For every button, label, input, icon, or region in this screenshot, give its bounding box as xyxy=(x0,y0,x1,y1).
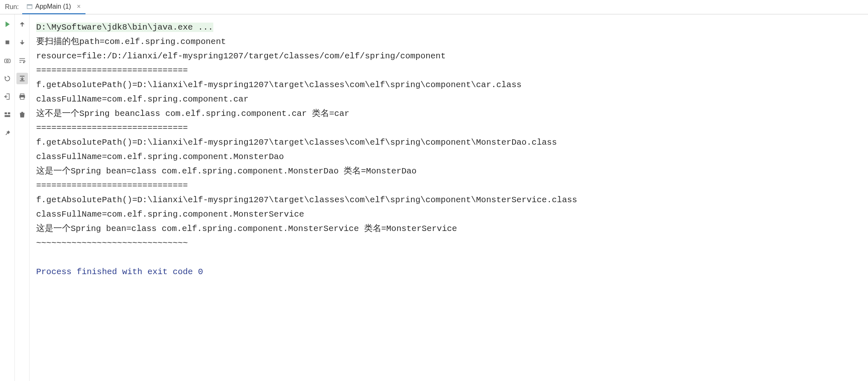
console-line: f.getAbsolutePath()=D:\lianxi\elf-myspri… xyxy=(36,80,522,90)
console-line: classFullName=com.elf.spring.component.M… xyxy=(36,152,284,162)
close-icon[interactable]: × xyxy=(76,3,81,10)
rerun-failed-button[interactable] xyxy=(2,73,13,84)
command-line: D:\MySoftware\jdk8\bin\java.exe ... xyxy=(36,23,213,32)
run-config-icon xyxy=(26,3,33,10)
run-tab-bar: Run: AppMain (1) × xyxy=(0,0,868,14)
console-line: 这是一个Spring bean=class com.elf.spring.com… xyxy=(36,224,457,233)
pin-button[interactable] xyxy=(2,127,13,139)
svg-rect-8 xyxy=(21,24,22,27)
console-output[interactable]: D:\MySoftware\jdk8\bin\java.exe ... 要扫描的… xyxy=(30,14,868,381)
svg-point-4 xyxy=(6,60,8,62)
scroll-to-end-button[interactable] xyxy=(16,73,28,84)
toolbar-secondary xyxy=(15,14,30,381)
console-line: f.getAbsolutePath()=D:\lianxi\elf-myspri… xyxy=(36,138,557,147)
console-line: 要扫描的包path=com.elf.spring.component xyxy=(36,37,226,46)
soft-wrap-button[interactable] xyxy=(16,55,28,66)
run-tab-appmain[interactable]: AppMain (1) × xyxy=(22,0,86,14)
console-line: f.getAbsolutePath()=D:\lianxi\elf-myspri… xyxy=(36,195,577,205)
svg-rect-7 xyxy=(5,115,10,117)
console-line: classFullName=com.elf.spring.component.M… xyxy=(36,210,304,219)
console-line: ============================== xyxy=(36,123,188,133)
exit-button[interactable] xyxy=(2,91,13,102)
svg-rect-9 xyxy=(21,40,22,43)
layout-button[interactable] xyxy=(2,109,13,120)
run-label: Run: xyxy=(3,3,22,11)
console-line: ============================== xyxy=(36,181,188,190)
toolbar-primary xyxy=(0,14,15,381)
tab-title: AppMain (1) xyxy=(35,3,71,10)
down-stacktrace-button[interactable] xyxy=(16,37,28,48)
svg-rect-2 xyxy=(5,41,9,44)
svg-rect-1 xyxy=(27,5,32,6)
svg-rect-5 xyxy=(5,112,7,114)
console-line: ~~~~~~~~~~~~~~~~~~~~~~~~~~~~~~ xyxy=(36,238,188,248)
console-line: classFullName=com.elf.spring.component.c… xyxy=(36,95,249,104)
rerun-button[interactable] xyxy=(2,18,13,30)
svg-rect-12 xyxy=(20,97,24,99)
svg-rect-10 xyxy=(20,94,24,95)
console-line: 这不是一个Spring beanclass com.elf.spring.com… xyxy=(36,109,349,118)
dump-threads-button[interactable] xyxy=(2,55,13,66)
console-line: ============================== xyxy=(36,66,188,75)
up-stacktrace-button[interactable] xyxy=(16,18,28,30)
console-line: 这是一个Spring bean=class com.elf.spring.com… xyxy=(36,166,417,176)
console-line: resource=file:/D:/lianxi/elf-myspring120… xyxy=(36,51,446,61)
clear-all-button[interactable] xyxy=(16,109,28,120)
stop-button[interactable] xyxy=(2,37,13,48)
svg-rect-6 xyxy=(8,112,10,114)
exit-code-line: Process finished with exit code 0 xyxy=(36,267,203,277)
print-button[interactable] xyxy=(16,91,28,102)
